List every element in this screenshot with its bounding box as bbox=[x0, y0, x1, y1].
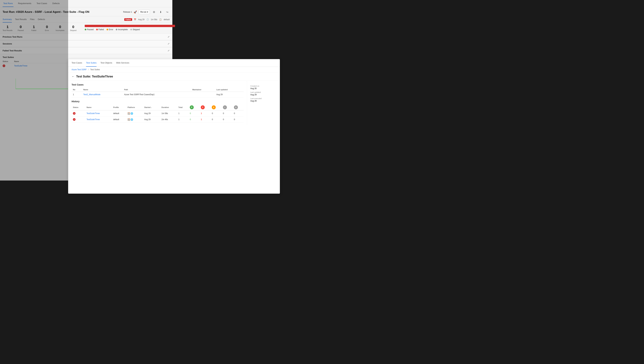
hr2-status-icon: ✕ bbox=[73, 118, 76, 121]
tc-no: 1 bbox=[72, 92, 82, 98]
hr2-i: 0 bbox=[222, 116, 232, 122]
header-actions: Release 1 🚀 Re-run ▾ ⚙ ⬇ ↪ bbox=[123, 10, 170, 14]
back-button[interactable]: ← bbox=[72, 75, 74, 78]
history-row-2: ✕ TestSuiteThree default 🪟 🌐 Aug 29 bbox=[72, 116, 244, 122]
hr1-status-icon: ✕ bbox=[73, 112, 76, 115]
progress-bar bbox=[85, 25, 175, 27]
hr1-p: 0 bbox=[188, 110, 200, 116]
detail-title: Test Suite: TestSuiteThree bbox=[76, 75, 113, 78]
hth-p: P bbox=[188, 104, 200, 110]
detail-tab-test-suites[interactable]: Test Suites bbox=[86, 59, 96, 67]
detail-tabs: Test Cases Test Suites Test Objects Web … bbox=[68, 59, 280, 67]
hr1-e: 0 bbox=[210, 110, 222, 116]
hth-duration: Duration bbox=[160, 104, 177, 110]
expand-failed-results-icon[interactable]: ⤢ bbox=[168, 49, 170, 52]
hth-platform: Platform bbox=[126, 104, 143, 110]
detail-tab-web-services[interactable]: Web Services bbox=[116, 59, 129, 67]
history-table: Status Name Profile Platform Started ↓ D… bbox=[72, 104, 244, 122]
hr2-s: 0 bbox=[232, 116, 244, 122]
hth-s: S bbox=[232, 104, 244, 110]
hr2-total: 1 bbox=[177, 116, 188, 122]
hr1-chrome-icon: 🌐 bbox=[130, 112, 133, 115]
th-no: No bbox=[72, 88, 82, 92]
dim-overlay bbox=[0, 0, 68, 180]
stat-skipped-value: 0 bbox=[68, 25, 78, 29]
chevron-down-icon: ▾ bbox=[147, 11, 148, 13]
tc-name[interactable]: Test2_ManualMode bbox=[82, 92, 123, 98]
stat-skipped: 0 Skipped bbox=[68, 25, 82, 31]
hr1-name[interactable]: TestSuiteThree bbox=[85, 110, 112, 116]
updated-label: Last updated bbox=[250, 91, 276, 93]
download-icon[interactable]: ⬇ bbox=[158, 10, 163, 14]
f-badge-header: F bbox=[201, 105, 205, 109]
hr2-profile: default bbox=[112, 116, 126, 122]
th-name: Name bbox=[82, 88, 123, 92]
detail-content: Test Cases No Name Path Maintainer Last … bbox=[68, 81, 280, 125]
detail-header: ← Test Suite: TestSuiteThree bbox=[68, 72, 280, 81]
hr1-platform-icons: 🪟 🌐 bbox=[128, 112, 142, 115]
hth-profile: Profile bbox=[112, 104, 126, 110]
profile-icon: 📋 bbox=[159, 18, 162, 21]
breadcrumb-root[interactable]: Azure Test SSRF bbox=[72, 68, 87, 71]
rocket-icon: 🚀 bbox=[134, 10, 137, 14]
hr1-status: ✕ bbox=[72, 110, 85, 116]
detail-tab-test-objects[interactable]: Test Objects bbox=[100, 59, 112, 67]
test-cases-header-row: No Name Path Maintainer Last updated bbox=[72, 88, 244, 92]
hr2-started: Aug 29 bbox=[143, 116, 160, 122]
expand-previous-runs-icon[interactable]: ⤢ bbox=[168, 36, 170, 38]
breadcrumb-separator: / bbox=[88, 68, 89, 71]
sub-nav-right: Failed 📅 Aug 29 🕐 1m 58s 📋 default bbox=[124, 18, 170, 21]
detail-tab-test-cases[interactable]: Test Cases bbox=[72, 59, 82, 67]
tc-last-updated: Aug 29 bbox=[215, 92, 244, 98]
meta-profile: default bbox=[164, 18, 170, 21]
s-badge-header: S bbox=[234, 105, 238, 109]
e-badge-header: E bbox=[212, 105, 216, 109]
updated-value: Aug 29 bbox=[250, 94, 276, 96]
stat-skipped-label: Skipped bbox=[68, 30, 78, 31]
legend-skipped: Skipped bbox=[130, 28, 140, 31]
hr2-e: 0 bbox=[210, 116, 222, 122]
legend-passed: Passed bbox=[85, 28, 94, 31]
history-row-1: ✕ TestSuiteThree default 🪟 🌐 Aug 29 bbox=[72, 110, 244, 116]
hr2-duration: 2m 46s bbox=[160, 116, 177, 122]
hr2-name[interactable]: TestSuiteThree bbox=[85, 116, 112, 122]
hr2-f: 1 bbox=[200, 116, 210, 122]
release-label: Release 1 bbox=[123, 11, 132, 13]
hr1-started: Aug 29 bbox=[143, 110, 160, 116]
created-label: Created on bbox=[250, 85, 276, 87]
history-label: History bbox=[72, 100, 244, 103]
hr2-chrome-icon: 🌐 bbox=[130, 118, 133, 121]
th-path: Path bbox=[123, 88, 191, 92]
failed-dot bbox=[96, 29, 98, 30]
hth-status: Status bbox=[72, 104, 85, 110]
executed-value: Aug 29 bbox=[250, 100, 276, 102]
legend: Passed Failed Error Incomplete Skipped bbox=[85, 28, 175, 31]
meta-info: 📅 Aug 29 🕐 1m 58s 📋 default bbox=[134, 18, 170, 21]
tc-path: Azure Test SSRF/Test Cases/Day1 bbox=[123, 92, 191, 98]
settings-icon[interactable]: ⚙ bbox=[152, 10, 156, 14]
hr1-f: 1 bbox=[200, 110, 210, 116]
status-badge: Failed bbox=[124, 18, 132, 21]
error-dot bbox=[106, 29, 108, 30]
test-cases-table: No Name Path Maintainer Last updated 1 T… bbox=[72, 88, 244, 98]
expand-sessions-icon[interactable]: ⤢ bbox=[168, 42, 170, 45]
calendar-icon: 📅 bbox=[134, 18, 136, 21]
share-icon[interactable]: ↪ bbox=[165, 10, 170, 14]
hr1-platform: 🪟 🌐 bbox=[126, 110, 143, 116]
release-badge: Release 1 bbox=[123, 11, 132, 13]
th-maintainer: Maintainer bbox=[191, 88, 215, 92]
hr1-duration: 1m 58s bbox=[160, 110, 177, 116]
meta-date: Aug 29 bbox=[138, 18, 144, 21]
progress-section: Passed Failed Error Incomplete Skipped bbox=[82, 25, 175, 31]
rerun-button[interactable]: Re-run ▾ bbox=[138, 10, 150, 14]
hth-total: Total bbox=[177, 104, 188, 110]
hth-i: I bbox=[222, 104, 232, 110]
hr2-platform-icons: 🪟 🌐 bbox=[128, 118, 142, 121]
hr2-windows-icon: 🪟 bbox=[128, 118, 130, 121]
test-cases-section-label: Test Cases bbox=[72, 83, 244, 86]
tc-maintainer bbox=[191, 92, 215, 98]
hr2-platform: 🪟 🌐 bbox=[126, 116, 143, 122]
history-section: History Status Name Profile Platform Sta… bbox=[72, 100, 244, 122]
legend-error: Error bbox=[106, 28, 113, 31]
hr2-p: 0 bbox=[188, 116, 200, 122]
